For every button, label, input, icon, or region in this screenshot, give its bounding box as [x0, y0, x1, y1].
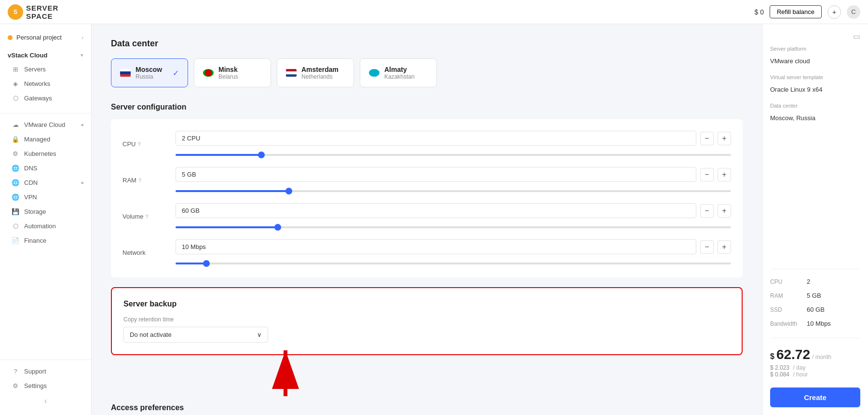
- volume-help-icon[interactable]: ?: [145, 214, 148, 220]
- gateways-label: Gateways: [24, 95, 52, 102]
- server-config-title: Server configuration: [111, 103, 743, 111]
- project-chevron-icon: ›: [81, 34, 83, 41]
- cpu-config-row: CPU ? 2 CPU − +: [122, 131, 731, 157]
- logo-icon: S: [8, 4, 23, 20]
- sidebar-item-gateways[interactable]: ⬡ Gateways: [0, 91, 91, 105]
- refill-balance-button[interactable]: Refill balance: [770, 5, 822, 18]
- vmware-icon: ☁: [12, 121, 19, 128]
- finance-label: Finance: [24, 237, 46, 244]
- backup-dropdown[interactable]: Do not activate ∨: [123, 327, 268, 343]
- rp-divider-2: [770, 338, 860, 338]
- sidebar-item-storage[interactable]: 💾 Storage: [0, 204, 91, 219]
- vstack-group: vStack Cloud ▾ ⊞ Servers ◈ Networks ⬡ Ga…: [0, 49, 91, 105]
- rp-server-platform-value: VMware cloud: [770, 57, 860, 65]
- servers-icon: ⊞: [12, 65, 19, 73]
- support-icon: ?: [12, 367, 19, 375]
- rp-dc-value: Moscow, Russia: [770, 114, 860, 122]
- ram-increment-button[interactable]: +: [718, 168, 731, 181]
- rp-bandwidth-label: Bandwidth: [770, 320, 804, 327]
- automation-icon: ⬡: [12, 222, 19, 230]
- network-decrement-button[interactable]: −: [700, 240, 714, 254]
- server-backup-section: Server backup Copy retention time Do not…: [111, 287, 743, 355]
- rp-cpu-row: CPU 2: [770, 278, 860, 285]
- cdn-icon: 🌐: [12, 179, 19, 186]
- project-name: Personal project: [16, 34, 62, 41]
- rp-ram-row: RAM 5 GB: [770, 292, 860, 299]
- vstack-group-arrow-icon: ▾: [81, 52, 83, 58]
- rp-bandwidth-row: Bandwidth 10 Mbps: [770, 320, 860, 327]
- logo: S SERVERSPACE: [8, 4, 58, 20]
- finance-icon: 📄: [12, 236, 19, 244]
- vpn-icon: 🌐: [12, 193, 19, 201]
- logo-text: SERVERSPACE: [26, 4, 58, 20]
- ram-decrement-button[interactable]: −: [700, 168, 714, 181]
- sidebar-item-automation[interactable]: ⬡ Automation: [0, 219, 91, 233]
- rp-cpu-label: CPU: [770, 278, 804, 285]
- managed-label: Managed: [24, 136, 50, 143]
- sidebar-item-networks[interactable]: ◈ Networks: [0, 76, 91, 91]
- sidebar-item-vmware[interactable]: ☁ VMware Cloud ◂: [0, 117, 91, 132]
- dc-card-amsterdam[interactable]: Amsterdam Netherlands: [277, 58, 354, 87]
- sidebar-item-dns[interactable]: 🌐 DNS: [0, 161, 91, 175]
- flag-kazakhstan: [369, 69, 380, 77]
- cpu-slider[interactable]: [176, 154, 731, 156]
- cpu-label: CPU ?: [122, 140, 166, 148]
- panel-collapse-area: ▭: [770, 32, 860, 41]
- cpu-decrement-button[interactable]: −: [700, 132, 714, 145]
- dc-card-moscow[interactable]: Moscow Russia ✓: [111, 58, 188, 87]
- sidebar-item-support[interactable]: ? Support: [0, 364, 91, 378]
- sidebar-item-servers[interactable]: ⊞ Servers: [0, 62, 91, 76]
- sidebar-item-vpn[interactable]: 🌐 VPN: [0, 190, 91, 204]
- servers-label: Servers: [24, 66, 46, 73]
- rp-ssd-label: SSD: [770, 306, 804, 313]
- add-button[interactable]: +: [827, 5, 841, 19]
- volume-value-display: 60 GB: [176, 203, 696, 218]
- datacenter-section-title: Data center: [111, 39, 743, 49]
- datacenter-cards: Moscow Russia ✓ Minsk Belarus Amsterdam: [111, 58, 743, 87]
- project-selector[interactable]: Personal project ›: [0, 30, 91, 45]
- cdn-arrow-icon: ◂: [81, 180, 83, 186]
- sidebar-item-kubernetes[interactable]: ⚙ Kubernetes: [0, 146, 91, 161]
- rp-price-hour: $ 0.084 / hour: [770, 371, 860, 378]
- gateways-icon: ⬡: [12, 94, 19, 102]
- sidebar-item-managed[interactable]: 🔒 Managed: [0, 132, 91, 146]
- kubernetes-label: Kubernetes: [24, 150, 56, 157]
- network-value-display: 10 Mbps: [176, 239, 696, 254]
- volume-increment-button[interactable]: +: [718, 204, 731, 218]
- rp-dc-label: Data center: [770, 103, 860, 109]
- rp-template-label: Virtual server template: [770, 74, 860, 80]
- storage-icon: 💾: [12, 208, 19, 215]
- automation-label: Automation: [24, 222, 56, 230]
- vstack-group-header[interactable]: vStack Cloud ▾: [0, 49, 91, 62]
- network-increment-button[interactable]: +: [718, 240, 731, 254]
- rp-ssd-row: SSD 60 GB: [770, 306, 860, 313]
- dc-check-moscow: ✓: [173, 69, 179, 78]
- sidebar-item-finance[interactable]: 📄 Finance: [0, 233, 91, 248]
- panel-collapse-button[interactable]: ▭: [853, 32, 860, 41]
- network-config-row: Network 10 Mbps − +: [122, 239, 731, 266]
- dns-icon: 🌐: [12, 164, 19, 172]
- rp-server-platform-label: Server platform: [770, 46, 860, 52]
- flag-russia: [120, 69, 131, 77]
- rp-bandwidth-value: 10 Mbps: [807, 320, 831, 327]
- volume-decrement-button[interactable]: −: [700, 204, 714, 218]
- dc-city-almaty: Almaty: [384, 66, 428, 73]
- cpu-help-icon[interactable]: ?: [137, 141, 140, 147]
- ram-slider[interactable]: [176, 190, 731, 192]
- network-slider[interactable]: [176, 263, 731, 264]
- ram-config-row: RAM ? 5 GB − +: [122, 167, 731, 194]
- rp-spacer: [770, 131, 860, 260]
- dc-card-almaty[interactable]: Almaty Kazakhstan: [360, 58, 437, 87]
- dc-card-minsk[interactable]: Minsk Belarus: [194, 58, 271, 87]
- volume-slider[interactable]: [176, 226, 731, 228]
- create-server-button[interactable]: Create: [770, 387, 860, 407]
- ram-label: RAM ?: [122, 177, 166, 184]
- sidebar-collapse-button[interactable]: ‹: [0, 393, 91, 409]
- backup-retention-label: Copy retention time: [123, 316, 730, 323]
- ram-help-icon[interactable]: ?: [138, 178, 141, 183]
- avatar[interactable]: C: [847, 5, 860, 19]
- sidebar-item-settings[interactable]: ⚙ Settings: [0, 378, 91, 393]
- sidebar-item-cdn[interactable]: 🌐 CDN ◂: [0, 175, 91, 190]
- cpu-increment-button[interactable]: +: [718, 132, 731, 145]
- rp-ram-label: RAM: [770, 292, 804, 299]
